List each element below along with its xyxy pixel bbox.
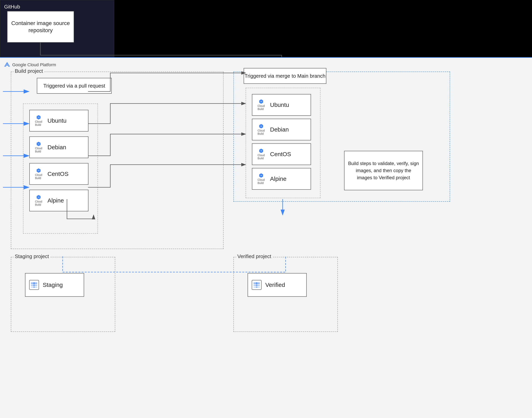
github-label: GitHub <box>4 4 20 10</box>
cloud-build-icon-ubuntu-left: CB CloudBuild <box>33 115 44 126</box>
svg-point-23 <box>33 286 35 288</box>
cloud-build-icon-alpine-left: CB CloudBuild <box>33 195 44 206</box>
verified-inner-box: Verified <box>248 273 307 297</box>
build-steps-text: Build steps to validate, verify, sign im… <box>348 160 419 181</box>
staging-inner-box: Staging <box>25 273 84 297</box>
right-debian-build: CB CloudBuild Debian <box>252 119 311 140</box>
github-section: GitHub Container image source repository <box>0 0 114 59</box>
svg-text:CB: CB <box>260 126 262 127</box>
left-builds-group: CB CloudBuild Ubuntu CB CloudBuild Debia… <box>23 104 98 234</box>
right-centos-build: CB CloudBuild CentOS <box>252 143 311 165</box>
verified-project-label: Verified project <box>236 253 272 259</box>
right-ubuntu-label: Ubuntu <box>270 102 289 108</box>
left-ubuntu-build: CB CloudBuild Ubuntu <box>29 110 89 131</box>
gcp-section: Google Cloud Platform Build project Trig… <box>0 57 532 418</box>
right-alpine-build: CB CloudBuild Alpine <box>252 168 311 190</box>
right-alpine-label: Alpine <box>270 175 286 182</box>
container-image-text: Container image source repository <box>10 20 72 34</box>
left-debian-label: Debian <box>47 144 66 151</box>
left-alpine-build: CB CloudBuild Alpine <box>29 190 89 211</box>
right-ubuntu-build: CB CloudBuild Ubuntu <box>252 94 311 116</box>
staging-project-label: Staging project <box>14 253 50 259</box>
build-project-label: Build project <box>14 68 44 74</box>
right-debian-label: Debian <box>270 126 289 133</box>
pr-trigger-text: Triggered via a pull request <box>43 83 105 89</box>
staging-project-box: Staging project Staging <box>11 257 115 332</box>
container-image-box: Container image source repository <box>7 11 74 43</box>
svg-text:CB: CB <box>38 170 40 171</box>
artifact-registry-icon <box>29 279 40 290</box>
cloud-build-icon-alpine-right: CB CloudBuild <box>255 173 267 185</box>
cloud-build-icon-ubuntu-right: CB CloudBuild <box>255 99 267 111</box>
left-debian-build: CB CloudBuild Debian <box>29 137 89 158</box>
merge-trigger-outer: Triggered via merge to Main branch CB Cl… <box>233 71 450 202</box>
cloud-build-icon-centos-right: CB CloudBuild <box>255 149 267 160</box>
svg-point-22 <box>33 284 35 286</box>
pr-trigger-box: Triggered via a pull request <box>37 78 112 94</box>
left-centos-label: CentOS <box>47 171 68 177</box>
svg-text:CB: CB <box>38 143 40 145</box>
cloud-build-icon-centos-left: CB CloudBuild <box>33 168 44 180</box>
artifact-registry-verified-icon <box>251 279 262 290</box>
svg-text:CB: CB <box>260 101 262 102</box>
build-project-box: Build project Triggered via a pull reque… <box>11 71 223 249</box>
gcp-logo-icon <box>4 61 11 69</box>
left-ubuntu-label: Ubuntu <box>47 117 66 124</box>
cloud-build-icon-debian-left: CB CloudBuild <box>33 141 44 153</box>
svg-point-29 <box>256 284 257 286</box>
staging-label: Staging <box>43 281 63 288</box>
svg-point-30 <box>256 286 257 288</box>
svg-text:CB: CB <box>260 175 262 176</box>
svg-text:CB: CB <box>260 150 262 151</box>
svg-text:CB: CB <box>38 197 40 198</box>
build-steps-box: Build steps to validate, verify, sign im… <box>344 151 423 190</box>
svg-point-21 <box>33 282 35 284</box>
merge-trigger-box: Triggered via merge to Main branch <box>244 68 326 84</box>
svg-point-28 <box>256 282 257 284</box>
left-alpine-label: Alpine <box>47 197 64 204</box>
merge-trigger-text: Triggered via merge to Main branch <box>245 73 326 79</box>
svg-text:CB: CB <box>38 117 40 118</box>
gcp-logo: Google Cloud Platform <box>4 61 56 69</box>
verified-label: Verified <box>265 281 285 288</box>
left-centos-build: CB CloudBuild CentOS <box>29 163 89 185</box>
cloud-build-icon-debian-right: CB CloudBuild <box>255 124 267 135</box>
right-builds-group: CB CloudBuild Ubuntu CB CloudBuild Debia… <box>246 88 321 198</box>
verified-project-box: Verified project Verified <box>233 257 338 332</box>
gcp-logo-text: Google Cloud Platform <box>12 62 56 68</box>
right-centos-label: CentOS <box>270 151 291 158</box>
